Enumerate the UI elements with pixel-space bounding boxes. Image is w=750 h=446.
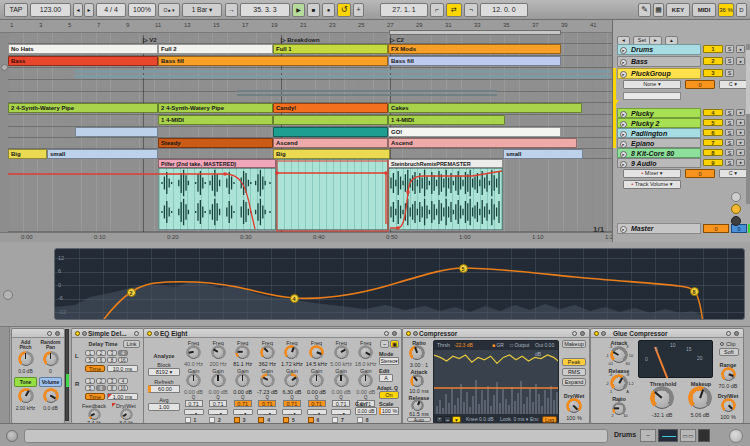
eq-node-5[interactable]: 5 <box>459 264 468 273</box>
delay-l-beat-3[interactable]: 3 <box>107 350 117 356</box>
arrangement-clip[interactable] <box>75 127 158 137</box>
band-freq-knob[interactable] <box>359 346 372 359</box>
locator-marker[interactable]: ▷ V2 <box>143 36 157 43</box>
collapse-icon[interactable]: ▾ <box>452 416 461 423</box>
device-activator-icon[interactable] <box>406 331 411 336</box>
edit-value[interactable]: A <box>379 374 393 382</box>
band-freq-knob[interactable] <box>310 346 323 359</box>
arrangement-position-field[interactable]: 35. 3. 3 <box>240 3 290 17</box>
band-filter-type-selector[interactable]: — ▾ <box>282 409 302 415</box>
solo-button[interactable]: S <box>725 57 734 65</box>
quantize-menu[interactable]: 1 Bar ▾ <box>182 3 222 17</box>
device-activator-icon[interactable] <box>594 331 599 336</box>
track-header-8-kit-core-80[interactable]: ▸8 Kit-Core 80 <box>617 148 701 158</box>
lock-envelopes-icon[interactable] <box>1 64 8 71</box>
fold-icon[interactable]: ▸ <box>620 59 627 66</box>
collapsed-clip-strip[interactable] <box>237 94 497 96</box>
band-gain-knob[interactable] <box>285 374 298 387</box>
eq8-title-bar[interactable]: EQ Eight <box>144 329 401 338</box>
output-toggle[interactable]: □ Output <box>510 341 529 350</box>
arm-button[interactable]: ● <box>736 109 745 116</box>
glue-drywet-knob[interactable] <box>722 399 735 412</box>
delay-title-bar[interactable]: Simple Del... <box>72 329 143 338</box>
mixer-chooser[interactable]: ▪ Mixer ▾ <box>623 169 681 178</box>
band-freq-knob[interactable] <box>212 346 225 359</box>
glue-range-knob[interactable] <box>722 368 735 381</box>
midi-map-button[interactable]: MIDI <box>692 3 716 17</box>
band-gain-knob[interactable] <box>187 374 200 387</box>
macro-label-button[interactable]: Tone <box>14 377 37 387</box>
master-pan-value[interactable]: 0 <box>703 224 729 233</box>
fold-icon[interactable]: ▸ <box>620 131 627 138</box>
fold-icon[interactable]: ▸ <box>620 121 627 128</box>
hot-swap-icon[interactable] <box>601 331 606 336</box>
arrangement-clip[interactable]: 1 4-MIDI <box>158 115 273 125</box>
macro-knob-1[interactable] <box>19 352 33 366</box>
band-filter-type-selector[interactable]: — ▾ <box>184 409 204 415</box>
delay-l-time-mode[interactable]: Time <box>85 365 105 372</box>
audio-send-value[interactable]: 0 <box>685 169 715 178</box>
delay-r-beat-5[interactable]: 5 <box>85 385 95 391</box>
solo-button[interactable]: S <box>725 69 734 77</box>
band-gain-knob[interactable] <box>335 374 348 387</box>
curve-icon[interactable]: ⌜ <box>436 416 443 423</box>
track-header-plucky[interactable]: ▸Plucky <box>617 108 701 118</box>
solo-button[interactable]: S <box>725 109 734 116</box>
arrangement-clip[interactable]: No Hats <box>8 44 158 54</box>
device-compressor[interactable]: Compressor Ratio 3.00 : 1 Attack 10.0 ms… <box>402 328 590 424</box>
ratio-knob[interactable] <box>410 346 424 360</box>
band-gain-knob[interactable] <box>236 374 249 387</box>
macro-knob-3[interactable] <box>19 389 33 403</box>
solo-button[interactable]: S <box>725 129 734 136</box>
fold-icon[interactable]: ▸ <box>620 151 627 158</box>
capture-add-button[interactable]: + <box>353 3 364 17</box>
band-q-value[interactable]: 0.71 <box>234 400 252 407</box>
delay-r-beat-2[interactable]: 2 <box>96 378 106 384</box>
view-circle-3[interactable] <box>731 216 741 226</box>
device-eq-eight[interactable]: EQ Eight Analyze Block 8192 ▾ Refresh 60… <box>143 328 402 424</box>
loop-start-field[interactable]: 27. 1. 1 <box>380 3 428 17</box>
band-freq-knob[interactable] <box>261 346 274 359</box>
tempo-field[interactable]: 123.00 <box>30 3 71 17</box>
track-number-badge[interactable]: 4 <box>703 109 723 116</box>
arrangement-clip[interactable]: 1 4-MIDI <box>388 115 505 125</box>
band-freq-knob[interactable] <box>285 346 298 359</box>
macro-label-button[interactable]: Volume <box>39 377 62 387</box>
glue-threshold-knob[interactable] <box>651 387 673 409</box>
chain-name-box[interactable] <box>623 92 681 100</box>
band-freq-value[interactable]: 81.1 Hz <box>231 361 255 367</box>
eq-eight-spectrum-display[interactable]: 1260-6-122458 <box>54 248 745 320</box>
band-filter-type-selector[interactable]: — ▾ <box>233 409 253 415</box>
band-freq-value[interactable]: 200 Hz <box>206 361 230 367</box>
track-header-bass[interactable]: ▸Bass <box>617 56 701 67</box>
group-send-value[interactable]: 0 <box>685 80 715 89</box>
minute-ruler[interactable]: 0:000:100:200:300:400:501:001:101:20 <box>0 232 612 242</box>
track-number-badge[interactable]: 8 <box>703 149 723 156</box>
delay-l-beat-2[interactable]: 2 <box>96 350 106 356</box>
band-q-value[interactable]: 0.71 <box>185 400 203 407</box>
arrangement-clip[interactable]: 2 4-Synth-Watery Pipe <box>158 103 273 113</box>
track-number-badge[interactable]: 1 <box>703 45 723 53</box>
arm-button[interactable]: ● <box>736 45 745 53</box>
follow-button[interactable]: → <box>225 3 238 17</box>
fold-icon[interactable]: ▸ <box>620 111 627 118</box>
view-circle-2[interactable] <box>731 204 741 214</box>
arrangement-clip[interactable]: Ascend <box>273 138 388 148</box>
delay-l-beat-5[interactable]: 5 <box>85 357 95 363</box>
macro-knob-4[interactable] <box>44 389 58 403</box>
track-header-master[interactable]: ▸Master <box>617 223 701 234</box>
track-number-badge[interactable]: 3 <box>703 69 723 77</box>
eq-node-2[interactable]: 2 <box>127 288 136 297</box>
track-header-drums[interactable]: ▸Drums <box>617 44 701 55</box>
clip-area[interactable]: ▷ V2▷ Breakdown▷ C2No HatsFull 2Full 1FX… <box>8 33 612 232</box>
loop-length-field[interactable]: 12. 0. 0 <box>480 3 528 17</box>
unfold-icon[interactable] <box>134 331 139 336</box>
attack-knob[interactable] <box>411 375 423 387</box>
band-filter-type-selector[interactable]: — ▾ <box>331 409 351 415</box>
lock-icon[interactable] <box>580 331 585 336</box>
delay-r-beat-1[interactable]: 1 <box>85 378 95 384</box>
refresh-value[interactable]: 60.00 <box>148 385 180 393</box>
map-mode-icon[interactable] <box>47 331 52 336</box>
drywet-knob[interactable] <box>567 399 581 413</box>
arrangement-clip[interactable]: Bass <box>8 56 158 66</box>
